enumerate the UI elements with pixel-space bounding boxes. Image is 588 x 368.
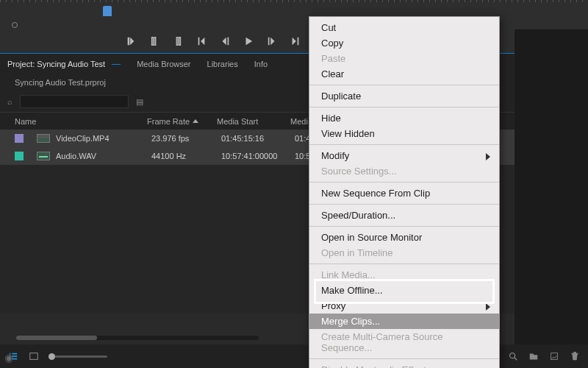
menu-link-media: Link Media... [309,267,499,283]
ruler-ticks [0,0,588,2]
menu-open-source-monitor[interactable]: Open in Source Monitor [309,230,499,245]
menu-copy[interactable]: Copy [309,35,499,51]
project-bottom-toolbar [0,344,588,368]
menu-separator [309,182,499,183]
menu-multicam: Create Multi-Camera Source Sequence... [309,329,499,355]
menu-separator [309,226,499,227]
menu-new-sequence-from-clip[interactable]: New Sequence From Clip [309,185,499,201]
menu-hide[interactable]: Hide [309,110,499,126]
clip-name: Audio.WAV [56,152,151,160]
tab-info[interactable]: Info [254,60,268,68]
tab-libraries[interactable]: Libraries [207,60,238,68]
menu-modify[interactable]: Modify [309,148,499,163]
project-bin[interactable]: VideoClip.MP4 23.976 fps 01:45:15:16 01:… [0,130,588,314]
horizontal-scrollbar[interactable] [16,336,259,340]
new-bin-icon[interactable]: ▤ [136,97,143,107]
step-forward-icon[interactable] [266,35,278,47]
column-frame-rate[interactable]: Frame Rate [147,117,217,126]
find-icon[interactable] [507,350,519,362]
menu-disable-masterclip: Disable Masterclip Effects [309,362,499,368]
playhead-marker[interactable] [103,6,112,16]
audio-clip-icon [37,152,50,160]
clip-name: VideoClip.MP4 [56,134,151,143]
clip-media-start: 01:45:15:16 [221,134,295,143]
timeline-ruler[interactable] [0,0,588,29]
search-icon[interactable]: ⌕ [7,97,12,106]
icon-view-icon[interactable] [28,350,40,362]
zoom-slider-knob[interactable] [49,353,55,360]
menu-proxy[interactable]: Proxy [309,298,499,314]
right-panel-dark [514,0,588,368]
out-bracket-icon[interactable] [172,35,184,47]
clip-frame-rate: 44100 Hz [151,152,221,160]
in-bracket-icon[interactable] [148,35,160,47]
mark-in-icon[interactable] [125,35,137,47]
menu-separator [309,204,499,205]
label-swatch [15,134,24,143]
column-header-row: Name Frame Rate Media Start Medi [0,112,588,130]
table-row[interactable]: Audio.WAV 44100 Hz 10:57:41:00000 10:5 [0,147,588,165]
clip-frame-rate: 23.976 fps [151,134,221,143]
menu-open-timeline: Open in Timeline [309,245,499,261]
menu-clear[interactable]: Clear [309,66,499,82]
menu-cut[interactable]: Cut [309,20,499,35]
play-icon[interactable] [243,35,254,47]
menu-separator [309,144,499,145]
sort-ascending-icon [193,119,198,123]
svg-rect-0 [30,353,38,360]
clip-media-start: 10:57:41:00000 [221,152,295,160]
transport-controls [0,29,588,53]
menu-paste: Paste [309,51,499,66]
menu-duplicate[interactable]: Duplicate [309,88,499,104]
tab-media-browser[interactable]: Media Browser [137,60,190,68]
column-media-start[interactable]: Media Start [217,117,290,126]
new-item-icon[interactable] [548,350,560,362]
svg-point-1 [510,353,515,358]
project-search-row: ⌕ ▤ 2 of 2 items select [0,91,588,112]
menu-speed-duration[interactable]: Speed/Duration... [309,208,499,223]
menu-view-hidden[interactable]: View Hidden [309,126,499,141]
menu-make-offline[interactable]: Make Offline... [309,283,499,298]
project-filename: Syncing Audio Test.prproj [0,74,588,91]
go-in-icon[interactable] [196,35,207,47]
tab-project[interactable]: Project: Syncing Audio Test [7,60,121,68]
panel-tabs: Project: Syncing Audio Test Media Browse… [0,53,588,74]
table-row[interactable]: VideoClip.MP4 23.976 fps 01:45:15:16 01:… [0,130,588,147]
menu-separator [309,107,499,107]
step-back-icon[interactable] [219,35,231,47]
cc-icon: ◉ [4,352,19,367]
tab-active-underline-icon [112,64,121,65]
video-clip-icon [37,134,50,143]
tab-project-label: Project: Syncing Audio Test [7,60,105,68]
go-out-icon[interactable] [290,35,301,47]
scrollbar-thumb[interactable] [16,336,97,340]
label-swatch [15,152,24,160]
menu-separator [309,358,499,359]
menu-merge-clips[interactable]: Merge Clips... [309,314,499,329]
new-bin-folder-icon[interactable] [528,350,539,362]
zoom-slider[interactable] [49,355,107,358]
playback-start-icon [12,22,18,28]
context-menu: Cut Copy Paste Clear Duplicate Hide View… [309,16,500,368]
menu-separator [309,85,499,85]
menu-source-settings: Source Settings... [309,163,499,179]
column-name[interactable]: Name [15,117,147,126]
menu-separator [309,263,499,264]
trash-icon[interactable] [569,350,581,362]
search-input[interactable] [20,95,129,108]
